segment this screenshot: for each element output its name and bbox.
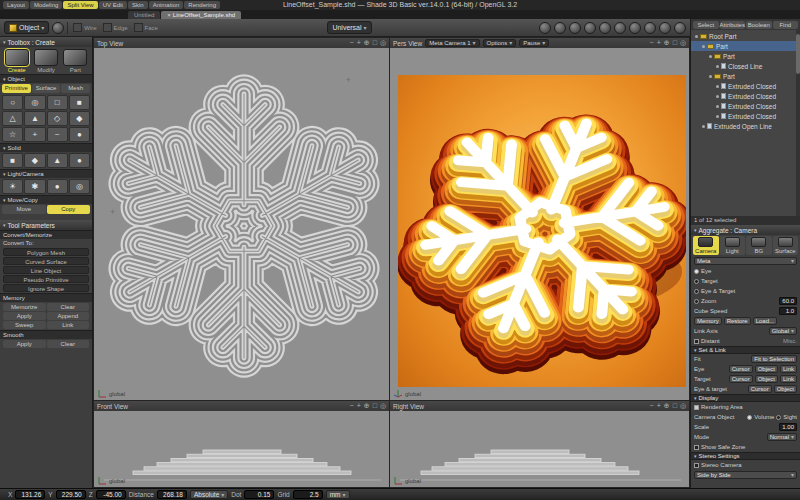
zoom-radio[interactable]: [694, 299, 699, 304]
zoom-field[interactable]: 60.0: [779, 297, 797, 305]
memory-clear-button[interactable]: Clear: [47, 303, 90, 311]
primitive-shape-icon-7[interactable]: ◇: [47, 111, 68, 126]
front-viewport-canvas[interactable]: global: [94, 411, 389, 487]
light-camera-icon-3[interactable]: ●: [47, 179, 68, 194]
memory-apply-button[interactable]: Apply: [3, 312, 46, 320]
target-cursor-button[interactable]: Cursor: [729, 375, 753, 383]
camera-icon[interactable]: [539, 22, 551, 34]
render-icon[interactable]: [674, 22, 686, 34]
coordinate-mode-dropdown[interactable]: Absolute ▾: [190, 490, 228, 499]
menu-tab-layout[interactable]: Layout: [3, 1, 29, 9]
load-button[interactable]: Load...: [753, 317, 777, 325]
rotate-icon[interactable]: [584, 22, 596, 34]
light-camera-section-header[interactable]: ▾ Light/Camera: [0, 169, 92, 178]
solid-shape-icon-2[interactable]: ◆: [24, 153, 45, 168]
pan-icon[interactable]: ⊕: [664, 402, 670, 410]
top-viewport-canvas[interactable]: + + global: [94, 48, 389, 400]
convert-option-line-object[interactable]: Line Object: [3, 266, 89, 274]
zoom-out-icon[interactable]: −: [650, 402, 654, 410]
fit-view-icon[interactable]: □: [673, 402, 677, 410]
browser-tab-boolean[interactable]: Boolean: [746, 21, 772, 29]
aggregate-tab-camera[interactable]: Camera: [693, 236, 719, 255]
zoom-out-icon[interactable]: −: [650, 39, 654, 47]
primitive-shape-icon-4[interactable]: ■: [69, 95, 90, 110]
primitive-shape-icon-11[interactable]: ~: [47, 127, 68, 142]
zoom-in-icon[interactable]: +: [357, 402, 361, 410]
eye-target-radio[interactable]: [694, 289, 699, 294]
close-tab-icon[interactable]: ×: [167, 12, 171, 18]
link-axis-dropdown[interactable]: Global▾: [769, 327, 797, 335]
safe-zone-checkbox[interactable]: [694, 445, 699, 450]
tree-item-root-part-0[interactable]: Root Part: [691, 31, 800, 41]
y-field[interactable]: 229.50: [56, 490, 86, 499]
convert-option-pseudo-primitive[interactable]: Pseudo Primitive: [3, 275, 89, 283]
convert-option-curved-surface[interactable]: Curved Surface: [3, 257, 89, 265]
solid-shape-icon-4[interactable]: ●: [69, 153, 90, 168]
memory-link-button[interactable]: Link: [47, 321, 90, 329]
pan-icon[interactable]: ⊕: [364, 402, 370, 410]
menu-tab-skin[interactable]: Skin: [128, 1, 148, 9]
pause-dropdown[interactable]: Pause ▾: [519, 39, 549, 47]
volume-radio[interactable]: [747, 415, 752, 420]
meta-camera-dropdown[interactable]: Meta ▾: [694, 257, 797, 265]
scrollbar-thumb[interactable]: [796, 34, 800, 74]
move-button[interactable]: Move: [2, 205, 46, 214]
restore-button[interactable]: Restore: [724, 317, 751, 325]
visibility-icon[interactable]: [716, 115, 719, 118]
pan-icon[interactable]: ⊕: [664, 39, 670, 47]
x-field[interactable]: 131.26: [15, 490, 45, 499]
face-mode-button[interactable]: Face: [132, 23, 160, 32]
visibility-icon[interactable]: [702, 125, 705, 128]
maximize-view-icon[interactable]: ◎: [680, 402, 686, 410]
eye-radio[interactable]: [694, 269, 699, 274]
eye-link-button[interactable]: Link: [780, 365, 797, 373]
select-icon[interactable]: [554, 22, 566, 34]
eye-target-cursor-button[interactable]: Cursor: [748, 385, 772, 393]
memory-button[interactable]: Memory: [694, 317, 722, 325]
primitive-shape-icon-9[interactable]: ☆: [2, 127, 23, 142]
doc-tab-untitled[interactable]: Untitled: [128, 11, 160, 19]
tree-scrollbar[interactable]: [796, 30, 800, 216]
primitive-shape-icon-5[interactable]: △: [2, 111, 23, 126]
snap-icon[interactable]: [629, 22, 641, 34]
tree-item-extruded-closed-6[interactable]: Extruded Closed: [691, 91, 800, 101]
tree-item-extruded-closed-8[interactable]: Extruded Closed: [691, 111, 800, 121]
grid-field[interactable]: 2.5: [293, 490, 323, 499]
fit-view-icon[interactable]: □: [673, 39, 677, 47]
zoom-in-icon[interactable]: +: [657, 402, 661, 410]
z-field[interactable]: -45.00: [96, 490, 126, 499]
toolbox-header[interactable]: ▾ Toolbox : Create: [0, 37, 92, 47]
menu-tab-animation[interactable]: Animation: [149, 1, 184, 9]
convert-option-polygon-mesh[interactable]: Polygon Mesh: [3, 248, 89, 256]
mirror-icon[interactable]: [614, 22, 626, 34]
cube-speed-field[interactable]: 1.0: [779, 307, 797, 315]
rendering-area-checkbox[interactable]: [694, 405, 699, 410]
menu-tab-rendering[interactable]: Rendering: [184, 1, 220, 9]
object-mode-button[interactable]: Object ▾: [4, 21, 49, 34]
camera-icon[interactable]: [52, 22, 64, 34]
copy-button[interactable]: Copy: [47, 205, 91, 214]
smooth-clear-button[interactable]: Clear: [47, 340, 90, 348]
edge-mode-button[interactable]: Edge: [101, 23, 130, 32]
stereo-mode-dropdown[interactable]: Side by Side▾: [694, 471, 797, 479]
primitive-shape-icon-12[interactable]: ●: [69, 127, 90, 142]
menu-tab-split-view[interactable]: Split View: [63, 1, 97, 9]
right-viewport-canvas[interactable]: global: [390, 411, 689, 487]
visibility-icon[interactable]: [695, 35, 698, 38]
aggregate-header[interactable]: ▾ Aggregate : Camera: [691, 225, 800, 235]
scale-icon[interactable]: [599, 22, 611, 34]
grid-icon[interactable]: [644, 22, 656, 34]
dot-field[interactable]: 0.15: [244, 490, 274, 499]
target-object-button[interactable]: Object: [755, 375, 778, 383]
eye-object-button[interactable]: Object: [755, 365, 778, 373]
memory-append-button[interactable]: Append: [47, 312, 90, 320]
visibility-icon[interactable]: [716, 65, 719, 68]
zoom-in-icon[interactable]: +: [657, 39, 661, 47]
tree-item-closed-line-3[interactable]: Closed Line: [691, 61, 800, 71]
browser-tab-select[interactable]: Select: [693, 21, 719, 29]
pan-icon[interactable]: ⊕: [364, 39, 370, 47]
tree-item-part-4[interactable]: Part: [691, 71, 800, 81]
fit-to-selection-button[interactable]: Fit to Selection: [751, 355, 797, 363]
primitive-shape-icon-10[interactable]: +: [24, 127, 45, 142]
solid-section-header[interactable]: ▾ Solid: [0, 143, 92, 152]
